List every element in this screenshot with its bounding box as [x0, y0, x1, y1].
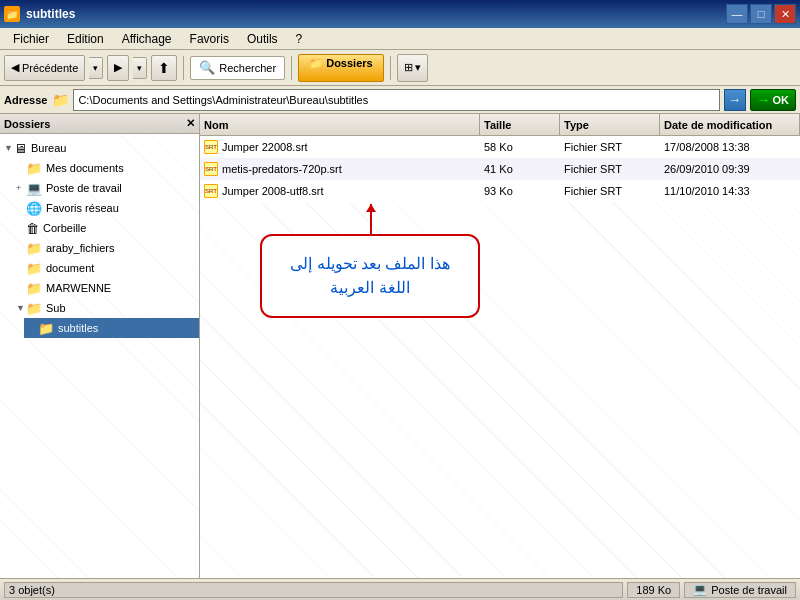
back-label: Précédente [22, 62, 78, 74]
column-name[interactable]: Nom [200, 114, 480, 135]
tree-label-selected: subtitles [58, 322, 98, 334]
desktop-icon: 🖥 [14, 141, 27, 156]
search-box[interactable]: 🔍 Rechercher [190, 56, 285, 80]
title-controls: — □ ✕ [726, 4, 796, 24]
go-label: OK [773, 94, 790, 106]
folders-header-label: Dossiers [4, 118, 50, 130]
status-objects-label: 3 objet(s) [9, 584, 55, 596]
tree-label: Sub [46, 302, 66, 314]
file-row[interactable]: SRT Jumper 2008-utf8.srt 93 Ko Fichier S… [200, 180, 800, 202]
srt-file-icon: SRT [204, 184, 218, 198]
tree-item-marwenne[interactable]: 📁 MARWENNE [12, 278, 199, 298]
menu-favoris[interactable]: Favoris [181, 29, 238, 49]
tree-item-subtitles[interactable]: 📁 subtitles [24, 318, 199, 338]
file-size-cell: 58 Ko [480, 141, 560, 153]
column-date[interactable]: Date de modification [660, 114, 800, 135]
file-name: metis-predators-720p.srt [222, 163, 342, 175]
expand-icon: ▼ [16, 303, 26, 313]
folder-icon: 📁 [26, 161, 42, 176]
file-name-cell: SRT Jumper 22008.srt [200, 140, 480, 154]
menu-help[interactable]: ? [287, 29, 312, 49]
status-objects: 3 objet(s) [4, 582, 623, 598]
tree-item-araby-fichiers[interactable]: 📁 araby_fichiers [12, 238, 199, 258]
expand-icon: + [16, 183, 26, 193]
address-input[interactable] [73, 89, 719, 111]
file-row[interactable]: SRT metis-predators-720p.srt 41 Ko Fichi… [200, 158, 800, 180]
view-dropdown-arrow: ▾ [415, 61, 421, 74]
view-button[interactable]: ⊞ ▾ [397, 54, 428, 82]
file-name-cell: SRT metis-predators-720p.srt [200, 162, 480, 176]
menu-bar: Fichier Edition Affichage Favoris Outils… [0, 28, 800, 50]
search-icon: 🔍 [199, 60, 215, 75]
address-go-button[interactable]: → OK [750, 89, 797, 111]
tree-item-document[interactable]: 📁 document [12, 258, 199, 278]
maximize-button[interactable]: □ [750, 4, 772, 24]
tree-item-favoris-reseau[interactable]: 🌐 Favoris réseau [12, 198, 199, 218]
toolbar: ◀ Précédente ▾ ▶ ▾ ⬆ 🔍 Rechercher 📁 Doss… [0, 50, 800, 86]
file-type-cell: Fichier SRT [560, 185, 660, 197]
file-type-cell: Fichier SRT [560, 141, 660, 153]
folder-icon: 📁 [4, 6, 20, 22]
back-dropdown-button[interactable]: ▾ [89, 57, 103, 79]
callout-line2: اللغة العربية [330, 279, 409, 296]
folder-icon: 📁 [26, 241, 42, 256]
tree-label: Corbeille [43, 222, 86, 234]
status-bar: 3 objet(s) 189 Ko 💻 Poste de travail [0, 578, 800, 600]
callout-arrow [370, 204, 372, 234]
tree-label: araby_fichiers [46, 242, 114, 254]
forward-icon: ▶ [114, 61, 122, 74]
tree-item-corbeille[interactable]: 🗑 Corbeille [12, 218, 199, 238]
folders-close-button[interactable]: ✕ [186, 117, 195, 130]
back-arrow-icon: ◀ [11, 61, 19, 74]
file-size-cell: 41 Ko [480, 163, 560, 175]
address-bar: Adresse 📁 → → OK [0, 86, 800, 114]
tree-item-mes-documents[interactable]: 📁 Mes documents [12, 158, 199, 178]
srt-file-icon: SRT [204, 140, 218, 154]
tree-item-bureau[interactable]: ▼ 🖥 Bureau [0, 138, 199, 158]
tree-label: document [46, 262, 94, 274]
close-button[interactable]: ✕ [774, 4, 796, 24]
folder-icon: 📁 [38, 321, 54, 336]
go-arrow-icon: → [757, 92, 771, 108]
file-name: Jumper 22008.srt [222, 141, 308, 153]
callout-box: هذا الملف بعد تحويله إلى اللغة العربية [260, 234, 480, 318]
file-name-cell: SRT Jumper 2008-utf8.srt [200, 184, 480, 198]
forward-dropdown-button[interactable]: ▾ [133, 57, 147, 79]
folders-panel: Dossiers ✕ ▼ 🖥 Bureau 📁 Mes documents + … [0, 114, 200, 578]
up-button[interactable]: ⬆ [151, 55, 177, 81]
title-bar: 📁 subtitles — □ ✕ [0, 0, 800, 28]
folders-button[interactable]: 📁 Dossiers [298, 54, 384, 82]
menu-affichage[interactable]: Affichage [113, 29, 181, 49]
back-button[interactable]: ◀ Précédente [4, 55, 85, 81]
tree-label: Mes documents [46, 162, 124, 174]
file-row[interactable]: SRT Jumper 22008.srt 58 Ko Fichier SRT 1… [200, 136, 800, 158]
folder-icon: 📁 [26, 261, 42, 276]
menu-edition[interactable]: Edition [58, 29, 113, 49]
folders-header: Dossiers ✕ [0, 114, 199, 134]
file-type-cell: Fichier SRT [560, 163, 660, 175]
callout-line1: هذا الملف بعد تحويله إلى [290, 255, 450, 272]
file-list-header: Nom Taille Type Date de modification [200, 114, 800, 136]
file-date-cell: 26/09/2010 09:39 [660, 163, 800, 175]
expand-icon: ▼ [4, 143, 14, 153]
tree-label: Poste de travail [46, 182, 122, 194]
column-type[interactable]: Type [560, 114, 660, 135]
trash-icon: 🗑 [26, 221, 39, 236]
file-date-cell: 11/10/2010 14:33 [660, 185, 800, 197]
search-label: Rechercher [219, 62, 276, 74]
column-size[interactable]: Taille [480, 114, 560, 135]
file-date-cell: 17/08/2008 13:38 [660, 141, 800, 153]
tree-label: MARWENNE [46, 282, 111, 294]
tree-item-poste-de-travail[interactable]: + 💻 Poste de travail [12, 178, 199, 198]
address-navigate-button[interactable]: → [724, 89, 746, 111]
tree-item-sub[interactable]: ▼ 📁 Sub [12, 298, 199, 318]
folder-icon-toolbar: 📁 [309, 57, 326, 69]
minimize-button[interactable]: — [726, 4, 748, 24]
file-list-panel: Nom Taille Type Date de modification SRT… [200, 114, 800, 578]
menu-outils[interactable]: Outils [238, 29, 287, 49]
file-name: Jumper 2008-utf8.srt [222, 185, 324, 197]
forward-button[interactable]: ▶ [107, 55, 129, 81]
status-size: 189 Ko [627, 582, 680, 598]
status-size-label: 189 Ko [636, 584, 671, 596]
menu-fichier[interactable]: Fichier [4, 29, 58, 49]
